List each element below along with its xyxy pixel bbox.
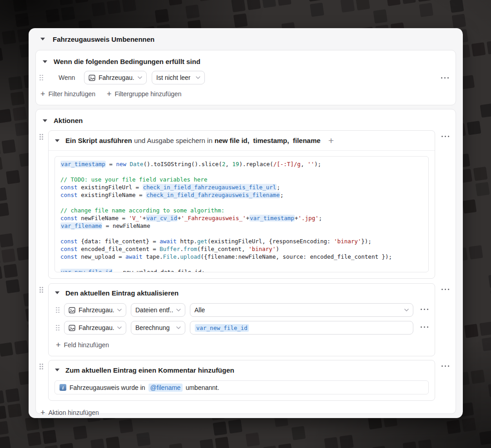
chevron-down-icon [117,326,122,329]
collapse-chevron-icon[interactable] [43,60,47,63]
script-action-title: Ein Skript ausführen [65,137,132,144]
add-filter-button[interactable]: + Filter hinzufügen [40,90,95,98]
plus-icon: + [56,342,61,348]
condition-row: Wenn Fahrzeugau... Ist nicht leer [36,71,456,84]
drag-handle[interactable] [40,364,43,369]
chevron-down-icon [138,76,142,79]
update-field-row: Fahrzeugau... Berechnung var_new_file_id [56,321,413,335]
condition-operator-dropdown[interactable]: Ist nicht leer [152,71,205,84]
actions-section: Aktionen Ein Skript ausführen und Ausgab… [35,109,456,414]
update-value-dropdown[interactable]: Alle [190,303,413,317]
condition-operator-label: Ist nicht leer [156,74,190,81]
add-field-button[interactable]: + Feld hinzufügen [56,341,435,356]
update-action-wrapper: Den aktuellen Eintrag aktualisieren Fahr… [36,283,456,356]
drag-handle[interactable] [40,287,43,293]
condition-links: + Filter hinzufügen + Filtergruppe hinzu… [36,90,456,98]
filename-token: @filename [149,384,183,392]
update-field-row: Fahrzeugau... Dateien entf... Alle [56,303,413,317]
update-action-overflow-menu[interactable] [441,289,449,290]
comment-text-suffix: umbenannt. [186,384,219,391]
chevron-down-icon [176,309,181,311]
collapse-chevron-icon[interactable] [43,119,47,122]
update-operation-dropdown[interactable]: Dateien entf... [131,303,185,317]
comment-text-prefix: Fahrzeugausweis wurde in [69,384,145,391]
add-action-button[interactable]: + Aktion hinzufügen [36,409,456,416]
condition-overflow-menu[interactable] [441,77,449,79]
script-output-variables: new file id, timestamp, filename [214,137,320,144]
chevron-down-icon [117,309,122,311]
actions-header: Aktionen [36,109,456,124]
update-row-overflow-menu[interactable] [421,326,428,328]
add-filter-label: Filter hinzufügen [49,90,96,98]
variable-token: var_new_file_id [195,324,249,332]
condition-field-label: Fahrzeugau... [99,74,134,81]
update-field-label: Fahrzeugau... [79,324,114,331]
comment-input[interactable]: i Fahrzeugausweis wurde in @filename umb… [55,380,429,394]
chevron-down-icon [176,326,181,329]
when-label: Wenn [59,74,84,81]
add-filter-group-label: Filtergruppe hinzufügen [115,90,182,98]
update-field-dropdown[interactable]: Fahrzeugau... [64,303,126,317]
update-value-input[interactable]: var_new_file_id [190,321,413,335]
script-code-editor[interactable]: var_timestamp = new Date().toISOString()… [55,156,429,272]
update-action-card: Den aktuellen Eintrag aktualisieren Fahr… [48,283,435,356]
collapse-chevron-icon[interactable] [55,369,60,371]
automation-title: Fahrzeugausweis Umbenennen [53,35,154,43]
script-code: var_timestamp = new Date().toISOString()… [60,160,423,272]
update-value-label: Alle [194,306,205,314]
image-field-icon [69,307,75,314]
collapse-chevron-icon[interactable] [55,291,60,294]
comment-action-card: Zum aktuellen Eintrag einen Kommentar hi… [48,360,435,401]
drag-handle[interactable] [56,325,60,331]
update-field-dropdown[interactable]: Fahrzeugau... [64,321,126,335]
script-action-wrapper: Ein Skript ausführen und Ausgabe speiche… [36,130,456,279]
actions-title: Aktionen [54,117,83,124]
comment-action-title: Zum aktuellen Eintrag einen Kommentar hi… [65,366,234,374]
add-output-button[interactable]: + [328,138,334,144]
chevron-down-icon [196,76,200,79]
comment-action-wrapper: Zum aktuellen Eintrag einen Kommentar hi… [36,360,456,401]
drag-handle[interactable] [40,134,43,140]
automation-card: Fahrzeugausweis Umbenennen Wenn die folg… [29,28,463,418]
update-action-title: Den aktuellen Eintrag aktualisieren [65,289,179,297]
automation-title-row: Fahrzeugausweis Umbenennen [35,28,456,50]
plus-icon: + [40,91,45,97]
collapse-chevron-icon[interactable] [40,38,45,40]
update-field-label: Fahrzeugau... [79,306,114,314]
drag-handle[interactable] [56,307,60,313]
add-action-label: Aktion hinzufügen [49,409,99,416]
image-field-icon [69,325,75,331]
comment-action-overflow-menu[interactable] [441,365,449,367]
script-action-card: Ein Skript ausführen und Ausgabe speiche… [48,130,435,279]
update-operation-label: Berechnung [135,324,170,331]
conditions-header: Wenn die folgenden Bedingungen erfüllt s… [36,50,456,65]
conditions-section: Wenn die folgenden Bedingungen erfüllt s… [35,50,456,105]
collapse-chevron-icon[interactable] [55,139,60,142]
conditions-title: Wenn die folgenden Bedingungen erfüllt s… [54,58,200,65]
script-action-header: Ein Skript ausführen und Ausgabe speiche… [49,131,435,151]
image-field-icon [89,74,95,81]
comment-action-header: Zum aktuellen Eintrag einen Kommentar hi… [49,360,435,379]
chevron-down-icon [404,309,409,311]
add-filter-group-button[interactable]: + Filtergruppe hinzufügen [107,90,182,98]
update-row-overflow-menu[interactable] [421,309,428,310]
drag-handle[interactable] [40,75,43,81]
update-operation-label: Dateien entf... [135,306,173,314]
script-action-subtitle: und Ausgabe speichern in [134,137,213,144]
condition-field-dropdown[interactable]: Fahrzeugau... [84,71,147,84]
plus-icon: + [107,91,112,97]
script-action-overflow-menu[interactable] [441,136,449,137]
update-operation-dropdown[interactable]: Berechnung [131,321,185,335]
info-icon: i [60,384,66,391]
plus-icon: + [40,409,45,416]
add-field-label: Feld hinzufügen [64,341,109,349]
update-action-header: Den aktuellen Eintrag aktualisieren [49,284,435,302]
